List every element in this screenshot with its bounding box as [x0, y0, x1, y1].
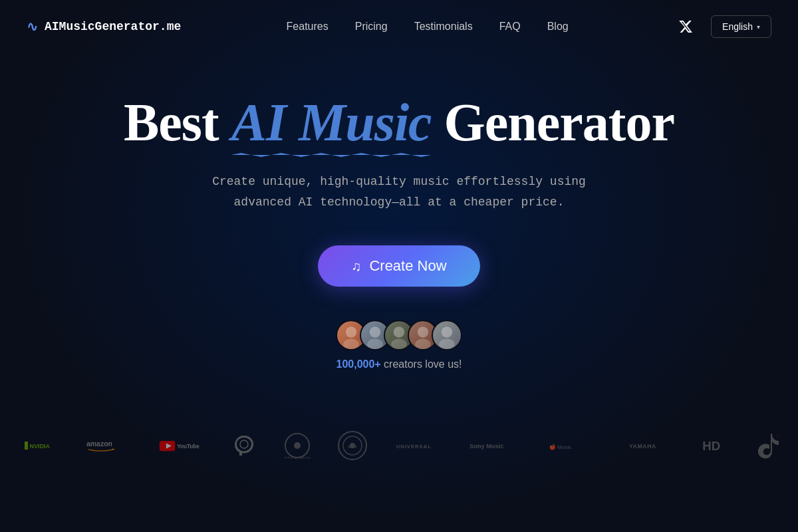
social-proof: 100,000+ creators love us! [336, 320, 462, 370]
nav-link-features[interactable]: Features [287, 21, 329, 33]
logo-roff: ROFF [337, 430, 368, 461]
chevron-down-icon: ▾ [757, 23, 760, 31]
logo-universal: UNIVERSAL [394, 436, 441, 456]
twitter-link[interactable] [674, 15, 698, 39]
amazon-logo-icon: amazon [84, 436, 131, 456]
nav-link-blog[interactable]: Blog [547, 21, 569, 33]
logo-openai [231, 432, 257, 459]
svg-text:UNIVERSAL: UNIVERSAL [396, 444, 432, 450]
logo-yamaha: YAMAHA [627, 436, 674, 456]
x-twitter-icon [678, 19, 693, 34]
avatar-5 [432, 320, 462, 350]
logo-nvidia: NVIDIA [18, 436, 58, 456]
avatar-group [336, 320, 462, 350]
navbar: ∿ AIMusicGenerator.me Features Pricing T… [0, 0, 798, 53]
universal-logo-icon: UNIVERSAL [394, 436, 441, 456]
svg-point-2 [370, 327, 380, 337]
nav-link-faq[interactable]: FAQ [499, 21, 521, 33]
motion-music-logo-icon: MOTION MUSIC [284, 432, 311, 459]
svg-text:NVIDIA: NVIDIA [30, 443, 51, 450]
hero-title-highlight: AI Music [231, 93, 432, 152]
lang-label: English [722, 21, 753, 32]
create-btn-label: Create Now [369, 257, 446, 275]
svg-text:YouTube: YouTube [177, 444, 200, 450]
apple-music-logo-icon: 🍎 Music [547, 436, 600, 456]
yamaha-logo-icon: YAMAHA [627, 436, 674, 456]
svg-point-15 [240, 440, 248, 448]
svg-point-17 [294, 442, 301, 449]
logo-youtube: YouTube [158, 436, 204, 456]
logo-sony: Sony Music [467, 436, 521, 456]
svg-point-0 [346, 327, 356, 337]
logo-motion: MOTION MUSIC [284, 432, 311, 459]
openai-logo-icon [231, 432, 257, 459]
youtube-logo-icon: YouTube [158, 436, 204, 456]
svg-point-9 [439, 339, 455, 350]
svg-point-3 [367, 339, 383, 350]
hero-subtitle-line1: Create unique, high-quality music effort… [212, 175, 586, 188]
svg-point-6 [418, 327, 428, 337]
svg-point-4 [394, 327, 404, 337]
svg-text:YAMAHA: YAMAHA [629, 443, 656, 450]
svg-text:Sony Music: Sony Music [469, 443, 503, 450]
nav-links: Features Pricing Testimonials FAQ Blog [287, 21, 569, 33]
social-proof-count: 100,000+ [336, 358, 380, 370]
user-avatar-5-icon [433, 321, 461, 349]
logo-text: AIMusicGenerator.me [45, 20, 181, 33]
tiktok-logo-icon [753, 430, 780, 461]
hero-section: Best AI Music Generator Create unique, h… [0, 53, 798, 417]
logo-wave-icon: ∿ [27, 19, 38, 35]
logo-hd: HD [700, 436, 727, 456]
hero-title-start: Best [124, 93, 231, 152]
svg-text:🍎 Music: 🍎 Music [549, 444, 571, 450]
hero-subtitle: Create unique, high-quality music effort… [212, 172, 586, 212]
svg-text:MOTION MUSIC: MOTION MUSIC [284, 456, 311, 459]
svg-text:HD: HD [702, 439, 720, 453]
svg-point-8 [442, 327, 452, 337]
language-selector[interactable]: English ▾ [711, 15, 771, 38]
social-proof-text: 100,000+ creators love us! [336, 358, 462, 370]
svg-point-7 [415, 339, 431, 350]
sony-music-logo-icon: Sony Music [467, 436, 521, 456]
nvidia-logo-icon: NVIDIA [18, 436, 58, 456]
nav-link-pricing[interactable]: Pricing [355, 21, 388, 33]
svg-text:ROFF: ROFF [348, 445, 357, 449]
hero-subtitle-line2: advanced AI technology—all at a cheaper … [234, 196, 565, 209]
logo-apple-music: 🍎 Music [547, 436, 600, 456]
hd-logo-icon: HD [700, 436, 727, 456]
create-now-button[interactable]: ♫ Create Now [318, 245, 479, 287]
hero-title: Best AI Music Generator [124, 93, 674, 152]
create-btn-icon: ♫ [351, 259, 361, 274]
social-proof-suffix: creators love us! [381, 358, 462, 370]
svg-text:amazon: amazon [86, 440, 112, 448]
svg-point-5 [391, 339, 407, 350]
logo-amazon: amazon [84, 436, 131, 456]
nav-right: English ▾ [674, 15, 771, 39]
hero-title-end: Generator [432, 93, 674, 152]
roff-music-logo-icon: ROFF [337, 430, 368, 461]
brand-logo[interactable]: ∿ AIMusicGenerator.me [27, 19, 181, 35]
logo-tiktok [753, 430, 780, 461]
svg-point-1 [343, 339, 359, 350]
logos-bar: NVIDIA amazon YouTube MOTION MUSIC [0, 417, 798, 474]
nav-link-testimonials[interactable]: Testimonials [414, 21, 473, 33]
